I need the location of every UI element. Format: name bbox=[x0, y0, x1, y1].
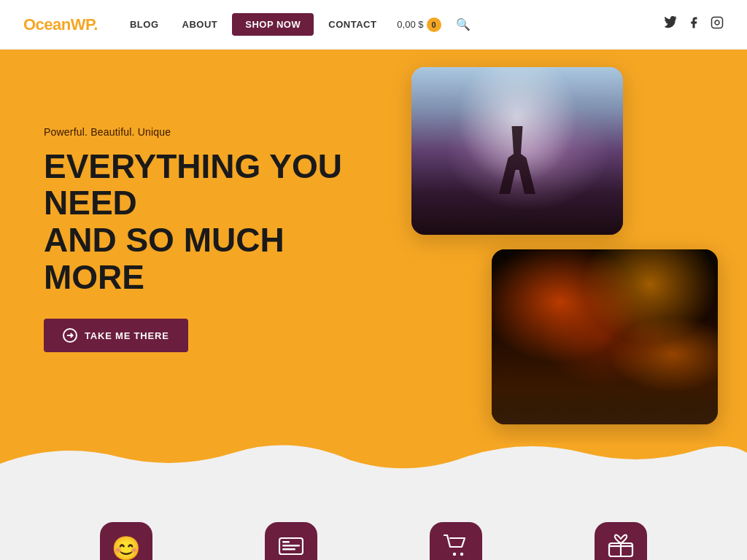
logo[interactable]: OceanWP. bbox=[23, 15, 98, 34]
cart-widget[interactable]: 0,00 $ 0 bbox=[397, 18, 441, 32]
hero-content: Powerful. Beautiful. Unique EVERYTHING Y… bbox=[44, 126, 394, 352]
hero-title-line2: AND SO MUCH MORE bbox=[44, 221, 285, 296]
hero-cta-label: TAKE ME THERE bbox=[85, 330, 169, 341]
feature-multipurpose: 😊 Multi-Purpose Theme bbox=[44, 522, 209, 560]
svg-rect-5 bbox=[282, 548, 295, 551]
instagram-icon[interactable] bbox=[711, 16, 724, 33]
logo-dot: . bbox=[93, 15, 98, 34]
feature-ecommerce: E-Commerce Ready bbox=[374, 522, 538, 560]
svg-point-6 bbox=[453, 553, 456, 556]
ecommerce-icon bbox=[443, 534, 469, 560]
elementor-icon-box bbox=[265, 522, 317, 560]
hero-images bbox=[411, 67, 718, 424]
facebook-icon[interactable] bbox=[687, 16, 700, 33]
concert-photo bbox=[411, 67, 623, 235]
ecommerce-icon-box bbox=[430, 522, 482, 560]
hero-title: EVERYTHING YOU NEED AND SO MUCH MORE bbox=[44, 148, 394, 295]
nav-shop-now[interactable]: SHOP NOW bbox=[232, 13, 314, 36]
logo-text: OceanWP bbox=[23, 15, 93, 34]
feature-elementor: Elementor Ready bbox=[209, 522, 374, 560]
extras-icon-box bbox=[595, 522, 647, 560]
twitter-icon[interactable] bbox=[664, 16, 677, 33]
svg-rect-0 bbox=[712, 18, 723, 28]
search-icon[interactable]: 🔍 bbox=[456, 18, 471, 31]
feature-extras: Superb Extras bbox=[538, 522, 703, 560]
multipurpose-icon: 😊 bbox=[112, 534, 141, 560]
features-section: 😊 Multi-Purpose Theme Elementor Ready bbox=[0, 486, 747, 560]
nav-blog[interactable]: BLOG bbox=[121, 15, 168, 34]
svg-rect-4 bbox=[282, 545, 300, 547]
hero-subtitle: Powerful. Beautiful. Unique bbox=[44, 126, 394, 138]
hero-title-line1: EVERYTHING YOU NEED bbox=[44, 147, 342, 222]
svg-point-7 bbox=[460, 553, 463, 556]
social-icons bbox=[664, 16, 724, 33]
hero-image-concert bbox=[411, 67, 623, 235]
wave-divider bbox=[0, 442, 747, 486]
hero-cta-button[interactable]: ➜ TAKE ME THERE bbox=[44, 319, 188, 352]
cta-circle-icon: ➜ bbox=[63, 328, 77, 343]
fireworks-photo bbox=[492, 249, 718, 424]
nav-contact[interactable]: CONTACT bbox=[320, 15, 385, 34]
nav-about[interactable]: ABOUT bbox=[174, 15, 227, 34]
multipurpose-icon-box: 😊 bbox=[100, 522, 152, 560]
cart-badge: 0 bbox=[427, 18, 441, 32]
hero-section: Powerful. Beautiful. Unique EVERYTHING Y… bbox=[0, 50, 747, 443]
cart-price: 0,00 $ bbox=[397, 19, 423, 30]
hero-image-fireworks bbox=[492, 249, 718, 424]
extras-icon bbox=[608, 533, 634, 560]
svg-rect-3 bbox=[282, 541, 290, 543]
main-nav: BLOG ABOUT SHOP NOW CONTACT 0,00 $ 0 🔍 bbox=[121, 13, 664, 36]
header: OceanWP. BLOG ABOUT SHOP NOW CONTACT 0,0… bbox=[0, 0, 747, 50]
elementor-icon bbox=[279, 535, 303, 561]
